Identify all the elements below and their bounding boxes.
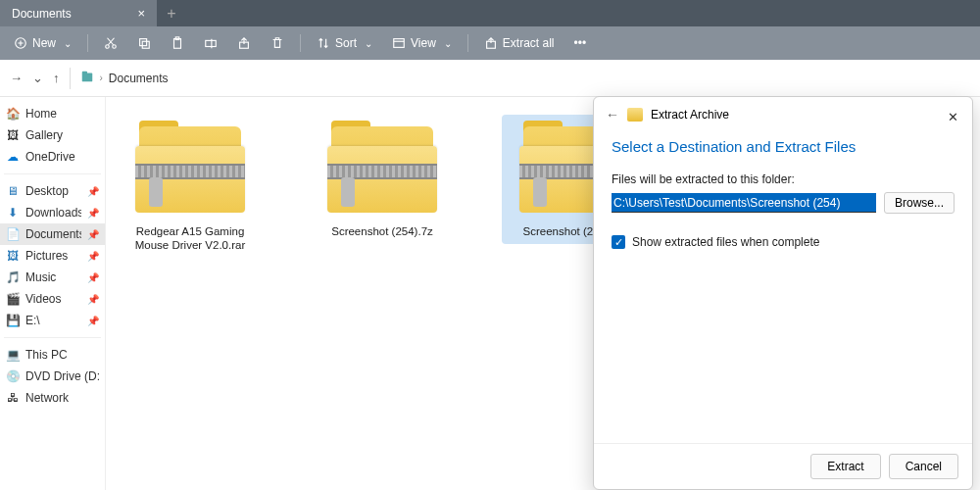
rename-button[interactable] <box>196 30 225 56</box>
svg-rect-11 <box>81 74 92 82</box>
pc-icon: 💻 <box>6 348 20 362</box>
tab-close-icon[interactable]: × <box>137 6 145 21</box>
sidebar-item-documents[interactable]: 📄Documents📌 <box>0 223 105 245</box>
sidebar-item-label: Pictures <box>25 249 68 263</box>
back-icon[interactable]: ← <box>606 107 619 122</box>
trash-icon <box>270 36 284 50</box>
sidebar-separator <box>4 337 101 338</box>
show-extracted-checkbox[interactable]: ✓ Show extracted files when complete <box>612 235 955 249</box>
desktop-icon: 🖥 <box>6 184 20 198</box>
extract-all-button[interactable]: Extract all <box>476 30 563 56</box>
sidebar-item-label: Videos <box>25 292 61 306</box>
sidebar-item-home[interactable]: 🏠Home <box>0 103 105 124</box>
disc-icon: 💿 <box>6 369 20 383</box>
toolbar-separator <box>467 34 468 52</box>
dialog-header-title: Extract Archive <box>651 108 729 122</box>
svg-rect-12 <box>81 72 86 74</box>
home-icon: 🏠 <box>6 107 20 121</box>
new-tab-button[interactable]: + <box>157 0 186 26</box>
extract-all-label: Extract all <box>503 36 555 50</box>
video-icon: 🎬 <box>6 292 20 306</box>
sidebar-item-gallery[interactable]: 🖼Gallery <box>0 124 105 146</box>
cancel-button[interactable]: Cancel <box>889 454 958 479</box>
back-button[interactable]: → <box>10 71 23 85</box>
sidebar-item-videos[interactable]: 🎬Videos📌 <box>0 288 105 310</box>
gallery-icon: 🖼 <box>6 128 20 142</box>
paste-button[interactable] <box>163 30 192 56</box>
file-name: Redgear A15 Gaming Mouse Driver V2.0.rar <box>123 224 257 253</box>
destination-path-input[interactable]: C:\Users\Test\Documents\Screenshot (254) <box>612 193 876 213</box>
sidebar-item-desktop[interactable]: 🖥Desktop📌 <box>0 180 105 202</box>
browse-button[interactable]: Browse... <box>884 192 955 214</box>
folder-icon <box>627 108 643 122</box>
tab-title: Documents <box>12 7 72 21</box>
sidebar-item-label: Network <box>25 391 69 405</box>
new-button[interactable]: New <box>6 30 79 56</box>
rename-icon <box>204 36 218 50</box>
file-item[interactable]: Redgear A15 Gaming Mouse Driver V2.0.rar <box>118 115 263 259</box>
copy-button[interactable] <box>129 30 159 56</box>
view-button[interactable]: View <box>384 30 460 56</box>
checkbox-checked-icon: ✓ <box>612 235 625 249</box>
sort-label: Sort <box>335 36 357 50</box>
sidebar-item-network[interactable]: 🖧Network <box>0 387 105 409</box>
new-label: New <box>32 36 56 50</box>
tab-documents[interactable]: Documents × <box>0 0 157 26</box>
up-button[interactable]: ↑ <box>53 71 60 85</box>
dialog-footer: Extract Cancel <box>594 443 972 489</box>
recent-button[interactable]: ⌄ <box>32 71 43 85</box>
pin-icon: 📌 <box>87 229 99 240</box>
address-bar: → ⌄ ↑ › Documents <box>0 60 980 97</box>
plus-circle-icon <box>14 36 27 50</box>
file-item[interactable]: Screenshot (254).7z <box>310 115 455 244</box>
download-icon: ⬇ <box>6 206 20 220</box>
sidebar-item-label: Gallery <box>25 128 63 142</box>
sidebar-item-drive-e[interactable]: 💾E:\📌 <box>0 310 105 331</box>
pin-icon: 📌 <box>87 272 99 283</box>
extract-archive-dialog: ✕ ← Extract Archive Select a Destination… <box>593 96 973 490</box>
file-name: Screenshot (254).7z <box>331 224 433 238</box>
dialog-subtitle: Files will be extracted to this folder: <box>612 172 955 186</box>
toolbar-separator <box>300 34 301 52</box>
sidebar-item-this-pc[interactable]: 💻This PC <box>0 344 105 366</box>
sidebar-item-music[interactable]: 🎵Music📌 <box>0 267 105 288</box>
sidebar-item-label: OneDrive <box>25 150 75 164</box>
tab-bar: Documents × + <box>0 0 980 26</box>
dialog-body: Select a Destination and Extract Files F… <box>594 132 972 443</box>
pin-icon: 📌 <box>87 208 99 219</box>
sidebar-item-downloads[interactable]: ⬇Downloads📌 <box>0 202 105 223</box>
breadcrumb[interactable]: › Documents <box>80 70 169 86</box>
address-separator <box>70 68 71 89</box>
sidebar-item-dvd-drive[interactable]: 💿DVD Drive (D:) CCC <box>0 366 105 387</box>
delete-button[interactable] <box>263 30 292 56</box>
cut-button[interactable] <box>96 30 125 56</box>
paste-icon <box>171 36 184 50</box>
sidebar-item-label: Desktop <box>25 184 69 198</box>
breadcrumb-segment[interactable]: Documents <box>109 72 169 85</box>
share-icon <box>237 36 251 50</box>
pictures-icon: 🖼 <box>6 249 20 263</box>
sort-button[interactable]: Sort <box>309 30 380 56</box>
dialog-title: Select a Destination and Extract Files <box>612 138 955 155</box>
view-label: View <box>411 36 436 50</box>
sidebar-item-pictures[interactable]: 🖼Pictures📌 <box>0 245 105 267</box>
share-button[interactable] <box>229 30 259 56</box>
svg-rect-4 <box>142 41 149 48</box>
sidebar-item-label: E:\ <box>25 314 40 327</box>
music-icon: 🎵 <box>6 270 20 284</box>
sidebar-item-label: Downloads <box>25 206 81 220</box>
svg-point-1 <box>106 45 110 49</box>
more-icon: ••• <box>574 36 587 50</box>
close-button[interactable]: ✕ <box>941 105 964 128</box>
drive-icon: 💾 <box>6 314 20 327</box>
extract-button[interactable]: Extract <box>810 454 880 479</box>
sidebar-item-label: DVD Drive (D:) CCC <box>25 369 99 383</box>
more-button[interactable]: ••• <box>566 30 595 56</box>
pin-icon: 📌 <box>87 251 99 262</box>
cloud-icon: ☁ <box>6 150 20 164</box>
view-icon <box>392 36 406 50</box>
sidebar-item-onedrive[interactable]: ☁OneDrive <box>0 146 105 168</box>
toolbar: New Sort View Extract all ••• <box>0 26 980 60</box>
cut-icon <box>104 36 118 50</box>
svg-rect-7 <box>206 40 217 46</box>
